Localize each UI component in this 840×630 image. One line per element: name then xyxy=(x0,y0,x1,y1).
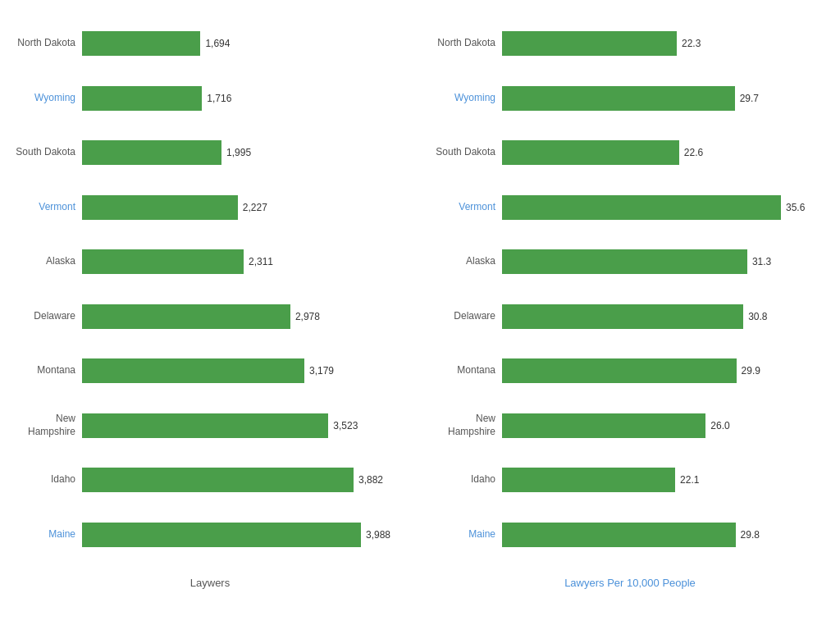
bar-value: 29.8 xyxy=(741,529,760,541)
bar-value: 2,227 xyxy=(243,202,267,213)
bar-label: Alaska xyxy=(8,255,82,268)
bar-row: Alaska31.3 xyxy=(428,240,832,284)
bar xyxy=(502,140,679,165)
bar xyxy=(502,31,677,56)
bar-wrapper: 29.9 xyxy=(502,358,832,383)
bar-row: North Dakota22.3 xyxy=(428,21,832,66)
bar-row: South Dakota22.6 xyxy=(428,130,832,175)
bar xyxy=(82,140,221,165)
bar-label: Delaware xyxy=(428,310,502,323)
bar-value: 3,988 xyxy=(366,529,390,541)
bar-label: Maine xyxy=(8,528,82,541)
bar-label: Vermont xyxy=(428,201,502,214)
bar-label: North Dakota xyxy=(428,37,502,50)
bar-wrapper: 1,716 xyxy=(82,86,412,111)
bar-wrapper: 22.3 xyxy=(502,31,832,56)
bar-label: New Hampshire xyxy=(428,413,502,438)
bars-area-1: North Dakota22.3Wyoming29.7South Dakota2… xyxy=(428,16,832,562)
chart-title-1: Lawyers Per 10,000 People xyxy=(428,568,832,589)
bar-wrapper: 3,882 xyxy=(82,468,412,492)
bar-row: Wyoming1,716 xyxy=(8,76,412,121)
bar-row: Idaho3,882 xyxy=(8,458,412,502)
bar xyxy=(502,249,747,274)
bar-wrapper: 29.8 xyxy=(502,523,832,547)
bar-label: South Dakota xyxy=(428,146,502,159)
bar-wrapper: 29.7 xyxy=(502,86,832,111)
bar xyxy=(82,304,290,329)
bar-value: 26.0 xyxy=(710,420,729,431)
bar-value: 22.1 xyxy=(680,474,699,486)
bar-value: 2,311 xyxy=(249,256,273,267)
chart-title-0: Laywers xyxy=(8,568,412,589)
bar-value: 30.8 xyxy=(748,311,767,322)
bar-label: Alaska xyxy=(428,255,502,268)
bar-value: 3,523 xyxy=(333,420,358,431)
bar xyxy=(82,413,328,438)
bar-row: New Hampshire3,523 xyxy=(8,404,412,448)
bar-wrapper: 1,694 xyxy=(82,31,412,56)
bar-row: Vermont2,227 xyxy=(8,185,412,230)
bar-value: 3,882 xyxy=(358,474,383,486)
chart-section-1: North Dakota22.3Wyoming29.7South Dakota2… xyxy=(428,16,832,589)
bar-label: Montana xyxy=(428,364,502,377)
bar-label: Delaware xyxy=(8,310,82,323)
bar-wrapper: 22.6 xyxy=(502,140,832,165)
bar-value: 3,179 xyxy=(309,365,334,377)
bar-value: 22.6 xyxy=(684,147,703,158)
bar-wrapper: 35.6 xyxy=(502,195,832,220)
bar-value: 29.7 xyxy=(740,93,759,104)
bar-label: Vermont xyxy=(8,201,82,214)
bar-value: 1,995 xyxy=(226,147,251,158)
bar-value: 22.3 xyxy=(682,38,701,49)
bar-row: South Dakota1,995 xyxy=(8,130,412,175)
bar-label: Wyoming xyxy=(428,92,502,105)
bar-wrapper: 30.8 xyxy=(502,304,832,329)
bar-row: Maine29.8 xyxy=(428,513,832,557)
bar-wrapper: 3,988 xyxy=(82,523,412,547)
bar-row: North Dakota1,694 xyxy=(8,21,412,66)
chart-container: North Dakota1,694Wyoming1,716South Dakot… xyxy=(0,0,840,630)
bar-row: Delaware2,978 xyxy=(8,294,412,339)
chart-section-0: North Dakota1,694Wyoming1,716South Dakot… xyxy=(8,16,412,589)
bar xyxy=(502,413,705,438)
bar-row: Montana29.9 xyxy=(428,349,832,393)
bar-row: Vermont35.6 xyxy=(428,185,832,230)
bar-label: Idaho xyxy=(428,473,502,486)
bar-label: Maine xyxy=(428,528,502,541)
bar-wrapper: 2,227 xyxy=(82,195,412,220)
bar-row: New Hampshire26.0 xyxy=(428,404,832,448)
bar-wrapper: 1,995 xyxy=(82,140,412,165)
bar-value: 1,694 xyxy=(205,38,230,49)
bar xyxy=(502,468,675,492)
bar-value: 1,716 xyxy=(207,93,231,104)
bar-wrapper: 3,179 xyxy=(82,358,412,383)
bar-row: Montana3,179 xyxy=(8,349,412,393)
bar-label: North Dakota xyxy=(8,37,82,50)
bar-wrapper: 22.1 xyxy=(502,468,832,492)
bar-label: Wyoming xyxy=(8,92,82,105)
bar xyxy=(502,523,736,547)
bar xyxy=(82,358,304,383)
bar-row: Delaware30.8 xyxy=(428,294,832,339)
bar-row: Maine3,988 xyxy=(8,513,412,557)
bar-wrapper: 3,523 xyxy=(82,413,412,438)
bar-label: South Dakota xyxy=(8,146,82,159)
bar-value: 31.3 xyxy=(752,256,771,267)
bar-wrapper: 2,978 xyxy=(82,304,412,329)
bar xyxy=(82,195,238,220)
bar-label: Idaho xyxy=(8,473,82,486)
bar-value: 29.9 xyxy=(742,365,760,377)
bar xyxy=(502,86,735,111)
bar xyxy=(82,523,361,547)
bar xyxy=(82,31,200,56)
bar xyxy=(502,195,781,220)
bar-wrapper: 31.3 xyxy=(502,249,832,274)
bar xyxy=(502,358,737,383)
bar-label: New Hampshire xyxy=(8,413,82,438)
bar xyxy=(82,249,244,274)
bar-value: 2,978 xyxy=(295,311,320,322)
bar xyxy=(82,86,202,111)
bar-label: Montana xyxy=(8,364,82,377)
bar-wrapper: 26.0 xyxy=(502,413,832,438)
bar-value: 35.6 xyxy=(786,202,805,213)
